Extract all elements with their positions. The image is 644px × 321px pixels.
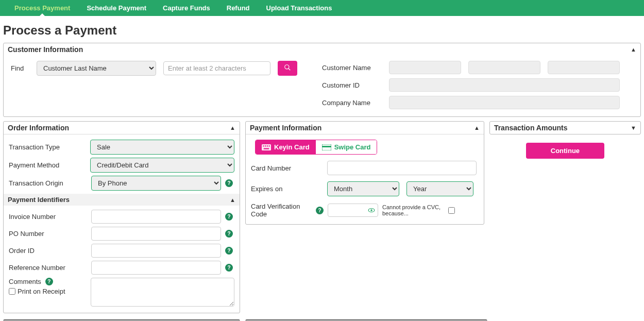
chevron-up-icon: ▲ — [474, 125, 480, 131]
payment-identifiers-header[interactable]: Payment Identifiers ▲ — [4, 194, 240, 206]
continue-button[interactable]: Continue — [526, 143, 604, 159]
cvc-label: Card Verification Code — [251, 202, 312, 218]
reference-number-label: Reference Number — [9, 264, 87, 272]
order-info-header[interactable]: Order Information ▲ — [4, 122, 240, 134]
card-number-label: Card Number — [251, 164, 323, 172]
customer-middle-name-field — [468, 61, 540, 74]
search-input[interactable] — [163, 61, 270, 75]
keyin-card-label: Keyin Card — [274, 143, 310, 151]
help-icon[interactable]: ? — [45, 278, 53, 285]
print-receipt-checkbox[interactable] — [9, 288, 15, 295]
search-icon — [284, 64, 291, 71]
svg-rect-9 — [322, 146, 331, 147]
card-number-input[interactable] — [327, 161, 477, 175]
keyin-card-button[interactable]: Keyin Card — [256, 140, 316, 154]
company-name-field — [389, 96, 620, 109]
nav-capture-funds[interactable]: Capture Funds — [155, 0, 218, 16]
invoice-number-label: Invoice Number — [9, 213, 87, 221]
payment-info-title: Payment Information — [250, 124, 321, 132]
transaction-type-label: Transaction Type — [9, 143, 86, 151]
payment-info-panel: Payment Information ▲ Keyin Card Swipe C… — [245, 121, 484, 225]
help-icon[interactable]: ? — [225, 247, 233, 255]
payment-method-label: Payment Method — [9, 161, 86, 169]
help-icon[interactable]: ? — [225, 230, 233, 238]
svg-rect-4 — [265, 145, 266, 146]
svg-point-0 — [285, 65, 289, 69]
company-name-label: Company Name — [322, 99, 379, 107]
customer-last-name-field — [548, 61, 620, 74]
help-icon[interactable]: ? — [316, 207, 324, 214]
expiry-month-select[interactable]: Month — [327, 181, 399, 196]
transaction-amounts-title: Transaction Amounts — [494, 124, 568, 132]
help-icon[interactable]: ? — [225, 179, 233, 187]
expiry-year-select[interactable]: Year — [406, 181, 473, 196]
top-nav: Process Payment Schedule Payment Capture… — [0, 0, 644, 16]
svg-rect-5 — [267, 145, 268, 146]
svg-rect-7 — [264, 148, 269, 149]
transaction-type-select[interactable]: Sale — [90, 140, 234, 155]
find-label: Find — [11, 64, 29, 72]
svg-rect-2 — [262, 144, 271, 150]
card-icon — [322, 144, 331, 150]
expires-label: Expires on — [251, 185, 323, 193]
chevron-up-icon: ▲ — [631, 46, 636, 53]
reference-number-input[interactable] — [91, 261, 221, 275]
transaction-amounts-header[interactable]: Transaction Amounts ▼ — [489, 121, 641, 134]
payment-info-header[interactable]: Payment Information ▲ — [246, 122, 484, 134]
po-number-label: PO Number — [9, 230, 87, 238]
swipe-card-button[interactable]: Swipe Card — [316, 140, 377, 154]
help-icon[interactable]: ? — [225, 213, 233, 221]
customer-id-label: Customer ID — [322, 81, 379, 89]
card-entry-toggle: Keyin Card Swipe Card — [255, 140, 377, 155]
payment-method-select[interactable]: Credit/Debit Card — [90, 158, 234, 173]
transaction-origin-label: Transaction Origin — [9, 179, 87, 187]
nav-process-payment[interactable]: Process Payment — [6, 0, 78, 16]
comments-textarea[interactable] — [91, 278, 234, 307]
customer-first-name-field — [389, 61, 461, 74]
print-receipt-label: Print on Receipt — [18, 288, 65, 295]
chevron-up-icon: ▲ — [230, 125, 235, 131]
nav-refund[interactable]: Refund — [218, 0, 258, 16]
order-info-title: Order Information — [8, 124, 69, 132]
order-id-label: Order ID — [9, 247, 87, 255]
page-title: Process a Payment — [0, 16, 644, 41]
chevron-up-icon: ▲ — [230, 197, 235, 203]
payment-identifiers-title: Payment Identifiers — [8, 196, 70, 204]
nav-upload-transactions[interactable]: Upload Transactions — [258, 0, 341, 16]
po-number-input[interactable] — [91, 227, 221, 241]
comments-label: Comments — [9, 278, 41, 285]
customer-info-panel: Customer Information ▲ Find Customer Las… — [3, 43, 641, 117]
help-icon[interactable]: ? — [225, 264, 233, 272]
keyboard-icon — [262, 144, 271, 150]
nav-schedule-payment[interactable]: Schedule Payment — [78, 0, 155, 16]
order-info-panel: Order Information ▲ Transaction Type Sal… — [3, 121, 240, 313]
transaction-origin-select[interactable]: By Phone — [91, 176, 221, 191]
customer-name-label: Customer Name — [322, 64, 379, 72]
svg-point-11 — [370, 209, 372, 211]
cvc-note-label: Cannot provide a CVC, because... — [382, 204, 444, 216]
svg-rect-3 — [263, 145, 264, 146]
svg-line-1 — [289, 69, 291, 71]
customer-id-field — [389, 78, 620, 92]
chevron-down-icon: ▼ — [631, 125, 636, 131]
invoice-number-input[interactable] — [91, 210, 221, 224]
search-button[interactable] — [278, 61, 297, 76]
eye-icon[interactable] — [368, 207, 375, 214]
svg-rect-6 — [269, 145, 270, 146]
customer-info-title: Customer Information — [8, 45, 83, 54]
swipe-card-label: Swipe Card — [334, 143, 371, 151]
order-id-input[interactable] — [91, 244, 221, 258]
find-select[interactable]: Customer Last Name — [37, 61, 156, 76]
cvc-cannot-provide-checkbox[interactable] — [448, 207, 455, 214]
customer-info-header[interactable]: Customer Information ▲ — [4, 43, 640, 56]
